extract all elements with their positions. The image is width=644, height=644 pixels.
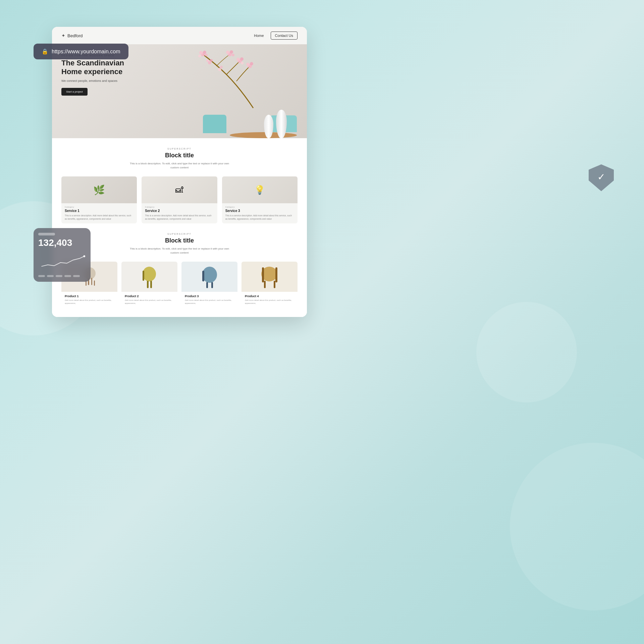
service-category-1: Category xyxy=(65,206,133,208)
logo-icon: ✦ xyxy=(61,33,65,38)
products-superscript: SUPERSCRIPT xyxy=(61,233,298,235)
product-card-2: Product 2 Add more detail about this pro… xyxy=(121,262,177,308)
svg-rect-31 xyxy=(206,282,208,288)
product-title-1: Product 1 xyxy=(65,294,114,298)
product-image-3 xyxy=(181,262,237,292)
product-desc-3: Add more detail about this product, such… xyxy=(185,299,234,305)
service-category-2: Category xyxy=(145,206,214,208)
svg-point-8 xyxy=(232,54,234,56)
product-card-4: Product 4 Add more detail about this pro… xyxy=(241,262,298,308)
service-desc-2: This is a service description. Add more … xyxy=(145,214,214,221)
website-nav: ✦ Bedford Home Contact Us xyxy=(52,27,307,44)
plant-icon: 🌿 xyxy=(93,184,105,196)
services-section: SUPERSCRIPT Block title This is a block … xyxy=(52,138,307,317)
svg-rect-37 xyxy=(264,281,266,288)
product-body-4: Product 4 Add more detail about this pro… xyxy=(241,292,298,308)
product-desc-4: Add more detail about this product, such… xyxy=(245,299,294,305)
service-title-3: Service 3 xyxy=(225,209,294,213)
svg-rect-38 xyxy=(274,281,275,288)
product-desc-1: Add more detail about this product, such… xyxy=(65,299,114,305)
service-image-2: 🛋 xyxy=(142,176,217,203)
svg-point-20 xyxy=(220,66,223,68)
vase-1 xyxy=(264,115,273,138)
analytics-dot-2 xyxy=(47,275,54,277)
analytics-dot-5 xyxy=(73,275,80,277)
vase-2 xyxy=(276,110,287,138)
products-header: SUPERSCRIPT Block title This is a block … xyxy=(61,233,298,255)
nav-link-contact[interactable]: Contact Us xyxy=(271,32,298,40)
svg-rect-29 xyxy=(143,271,144,281)
svg-rect-25 xyxy=(94,280,95,286)
product-body-3: Product 3 Add more detail about this pro… xyxy=(181,292,237,308)
svg-rect-32 xyxy=(211,282,213,288)
service-desc-1: This is a service description. Add more … xyxy=(65,214,133,221)
nav-links: Home Contact Us xyxy=(254,32,298,40)
analytics-dots xyxy=(38,275,86,277)
product-title-4: Product 4 xyxy=(245,294,294,298)
service-body-2: Category Service 2 This is a service des… xyxy=(142,203,217,223)
product-title-3: Product 3 xyxy=(185,294,234,298)
svg-point-14 xyxy=(250,62,253,65)
svg-point-17 xyxy=(210,59,213,62)
hero-decoration xyxy=(186,48,300,138)
product-card-3: Product 3 Add more detail about this pro… xyxy=(181,262,237,308)
bg-decoration-3 xyxy=(476,302,577,402)
svg-point-10 xyxy=(240,57,244,61)
logo-text: Bedford xyxy=(67,33,83,38)
products-grid: Product 1 Add more detail about this pro… xyxy=(61,262,298,308)
svg-rect-35 xyxy=(262,267,264,282)
service-image-1: 🌿 xyxy=(61,176,137,203)
service-title-1: Service 1 xyxy=(65,209,133,213)
hero-subtitle: We connect people, emotions and spaces xyxy=(61,79,135,83)
security-badge: ✓ xyxy=(589,164,614,191)
svg-point-12 xyxy=(241,62,244,64)
service-image-3: 💡 xyxy=(222,176,298,203)
nav-logo[interactable]: ✦ Bedford xyxy=(61,33,83,38)
analytics-chart xyxy=(38,252,86,272)
url-text: https://www.yourdomain.com xyxy=(52,49,120,55)
svg-point-4 xyxy=(198,55,201,57)
product-title-2: Product 2 xyxy=(125,294,174,298)
service-card-3: 💡 Category Service 3 This is a service d… xyxy=(222,176,298,223)
analytics-number: 132,403 xyxy=(38,237,86,248)
analytics-bar-decoration xyxy=(38,233,55,235)
nav-link-home[interactable]: Home xyxy=(254,34,264,38)
product-body-1: Product 1 Add more detail about this pro… xyxy=(61,292,117,308)
services-superscript: SUPERSCRIPT xyxy=(61,148,298,150)
svg-point-15 xyxy=(246,63,250,66)
hero-title: The Scandinavian Home experience xyxy=(61,59,135,76)
chair-svg-2 xyxy=(140,264,159,289)
svg-point-39 xyxy=(83,255,85,257)
url-bar[interactable]: 🔒 https://www.yourdomain.com xyxy=(34,44,128,59)
lock-icon: 🔒 xyxy=(42,48,48,55)
branch-svg xyxy=(186,48,280,115)
vase-group xyxy=(264,110,287,138)
products-title: Block title xyxy=(61,237,298,244)
wooden-tray xyxy=(230,132,297,138)
shield-check-icon: ✓ xyxy=(597,171,605,182)
svg-rect-27 xyxy=(147,281,149,288)
svg-point-2 xyxy=(199,51,203,54)
service-card-1: 🌿 Category Service 1 This is a service d… xyxy=(61,176,137,223)
service-category-3: Category xyxy=(225,206,294,208)
service-card-2: 🛋 Category Service 2 This is a service d… xyxy=(142,176,217,223)
product-image-2 xyxy=(121,262,177,292)
sofa-icon: 🛋 xyxy=(175,185,183,195)
services-title: Block title xyxy=(61,152,298,159)
product-image-4 xyxy=(241,262,298,292)
svg-point-6 xyxy=(230,50,233,54)
service-title-2: Service 2 xyxy=(145,209,214,213)
svg-point-26 xyxy=(143,267,156,281)
svg-rect-23 xyxy=(91,278,92,285)
svg-point-3 xyxy=(205,54,208,56)
analytics-dot-3 xyxy=(56,275,62,277)
analytics-dot-4 xyxy=(64,275,71,277)
hero-cta-button[interactable]: Start a project xyxy=(61,88,88,96)
svg-point-30 xyxy=(202,267,217,283)
product-body-2: Product 2 Add more detail about this pro… xyxy=(121,292,177,308)
svg-rect-33 xyxy=(202,271,204,281)
service-desc-3: This is a service description. Add more … xyxy=(225,214,294,221)
product-desc-2: Add more detail about this product, such… xyxy=(125,299,174,305)
svg-rect-28 xyxy=(150,281,152,288)
analytics-widget: 132,403 xyxy=(34,228,91,282)
